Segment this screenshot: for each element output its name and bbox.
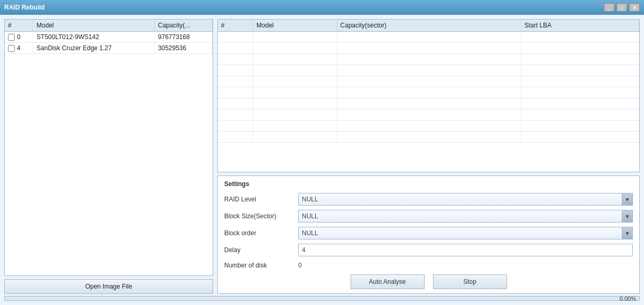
minimize-button[interactable]: _ bbox=[604, 3, 614, 12]
table-row bbox=[218, 43, 639, 54]
row-model-cell: ST500LT012-9WS142 bbox=[33, 32, 155, 43]
block-size-label: Block Size(Sector) bbox=[224, 212, 298, 220]
delay-control bbox=[298, 244, 633, 256]
block-order-row: Block order NULL ▼ bbox=[224, 227, 633, 239]
raid-level-arrow-icon: ▼ bbox=[622, 193, 632, 205]
table-row bbox=[218, 121, 639, 132]
title-bar: RAID Rebuild _ □ ✕ bbox=[0, 0, 644, 15]
block-order-value: NULL bbox=[302, 229, 622, 237]
content-area: # Model Capacity(... 0 ST500LT012-9WS142… bbox=[4, 19, 640, 294]
block-size-value: NULL bbox=[302, 212, 622, 220]
block-size-control: NULL ▼ bbox=[298, 210, 633, 223]
row-capacity-cell: 30529536 bbox=[154, 43, 212, 54]
table-row bbox=[218, 32, 639, 43]
row-capacity-cell: 976773168 bbox=[154, 32, 212, 43]
right-table: # Model Capacity(sector) Start LBA bbox=[218, 20, 639, 143]
row-id-cell: 4 bbox=[5, 43, 33, 54]
table-row bbox=[218, 98, 639, 109]
right-panel: # Model Capacity(sector) Start LBA bbox=[217, 19, 640, 294]
main-window: # Model Capacity(... 0 ST500LT012-9WS142… bbox=[0, 15, 644, 305]
left-panel: # Model Capacity(... 0 ST500LT012-9WS142… bbox=[4, 19, 213, 294]
raid-level-row: RAID Level NULL ▼ bbox=[224, 193, 633, 206]
raid-level-value: NULL bbox=[302, 196, 622, 203]
right-col-model: Model bbox=[253, 20, 337, 32]
row-id-cell: 0 bbox=[5, 32, 33, 43]
left-col-capacity: Capacity(... bbox=[154, 20, 212, 32]
raid-level-dropdown[interactable]: NULL ▼ bbox=[298, 193, 633, 206]
right-col-capacity: Capacity(sector) bbox=[337, 20, 521, 32]
row-model-cell: SanDisk Cruzer Edge 1.27 bbox=[33, 43, 155, 54]
progress-label: 0.00% bbox=[620, 295, 636, 302]
raid-level-control: NULL ▼ bbox=[298, 193, 633, 206]
auto-analyse-button[interactable]: Auto Analyse bbox=[351, 274, 425, 289]
block-order-dropdown[interactable]: NULL ▼ bbox=[298, 227, 633, 239]
delay-label: Delay bbox=[224, 246, 298, 254]
stop-button[interactable]: Stop bbox=[433, 274, 507, 289]
block-size-arrow-icon: ▼ bbox=[622, 210, 632, 222]
table-row bbox=[218, 76, 639, 87]
left-table-container: # Model Capacity(... 0 ST500LT012-9WS142… bbox=[4, 19, 213, 276]
right-col-hash: # bbox=[218, 20, 253, 32]
num-disk-value: 0 bbox=[298, 261, 633, 270]
table-row bbox=[218, 65, 639, 76]
settings-section: Settings RAID Level NULL ▼ Block Size(Se… bbox=[217, 175, 640, 294]
table-row bbox=[218, 87, 639, 98]
title-bar-controls: _ □ ✕ bbox=[604, 3, 640, 12]
num-disk-control: 0 bbox=[298, 261, 633, 270]
delay-row: Delay bbox=[224, 244, 633, 256]
settings-title: Settings bbox=[224, 180, 633, 188]
left-table: # Model Capacity(... 0 ST500LT012-9WS142… bbox=[5, 20, 213, 54]
left-col-model: Model bbox=[33, 20, 155, 32]
raid-level-label: RAID Level bbox=[224, 196, 298, 203]
close-button[interactable]: ✕ bbox=[629, 3, 640, 12]
table-row bbox=[218, 54, 639, 65]
row-checkbox[interactable] bbox=[8, 45, 15, 52]
block-order-label: Block order bbox=[224, 229, 298, 237]
table-row[interactable]: 0 ST500LT012-9WS142 976773168 bbox=[5, 32, 213, 43]
open-image-file-button[interactable]: Open Image File bbox=[4, 279, 213, 294]
num-disk-label: Number of disk bbox=[224, 262, 298, 269]
block-size-dropdown[interactable]: NULL ▼ bbox=[298, 210, 633, 223]
delay-input[interactable] bbox=[298, 244, 633, 256]
progress-bar-container: 0.00% bbox=[4, 296, 640, 301]
table-row bbox=[218, 109, 639, 121]
right-table-container: # Model Capacity(sector) Start LBA bbox=[217, 19, 640, 172]
maximize-button[interactable]: □ bbox=[617, 3, 627, 12]
action-buttons-row: Auto Analyse Stop bbox=[224, 274, 633, 289]
window-title: RAID Rebuild bbox=[4, 4, 45, 11]
block-order-control: NULL ▼ bbox=[298, 227, 633, 239]
block-order-arrow-icon: ▼ bbox=[622, 227, 632, 239]
row-checkbox[interactable] bbox=[8, 34, 15, 41]
block-size-row: Block Size(Sector) NULL ▼ bbox=[224, 210, 633, 223]
left-col-hash: # bbox=[5, 20, 33, 32]
num-disk-row: Number of disk 0 bbox=[224, 261, 633, 270]
table-row[interactable]: 4 SanDisk Cruzer Edge 1.27 30529536 bbox=[5, 43, 213, 54]
table-row bbox=[218, 132, 639, 143]
right-col-startlba: Start LBA bbox=[521, 20, 639, 32]
